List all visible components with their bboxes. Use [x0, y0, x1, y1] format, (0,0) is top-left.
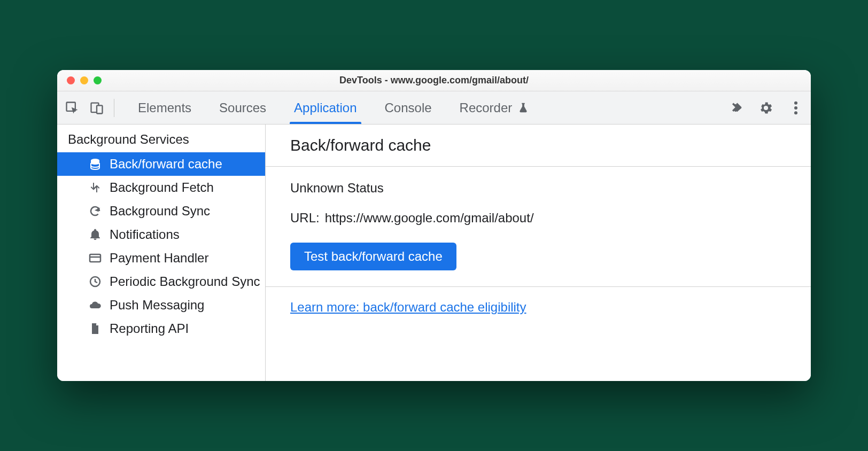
sidebar-item-reporting[interactable]: Reporting API [57, 317, 265, 340]
sidebar-item-label: Payment Handler [110, 251, 208, 266]
clock-icon [88, 275, 102, 289]
bell-icon [88, 228, 102, 242]
cloud-icon [88, 298, 102, 312]
svg-point-3 [794, 101, 797, 104]
sidebar-item-push[interactable]: Push Messaging [57, 293, 265, 317]
sidebar-item-label: Back/forward cache [110, 157, 222, 172]
fetch-icon [88, 181, 102, 195]
sidebar: Background Services Back/forward cache B… [57, 125, 266, 381]
toolbar-right [730, 100, 803, 115]
file-icon [88, 322, 102, 336]
sidebar-item-label: Reporting API [110, 321, 189, 336]
close-window-button[interactable] [67, 76, 75, 84]
sidebar-item-label: Background Fetch [110, 180, 214, 195]
device-toggle-icon[interactable] [89, 100, 104, 115]
panel-tabs: Elements Sources Application Console Rec… [124, 91, 543, 124]
svg-point-5 [794, 111, 797, 114]
sync-icon [88, 204, 102, 218]
page-title: Back/forward cache [266, 125, 811, 167]
sidebar-item-bg-sync[interactable]: Background Sync [57, 199, 265, 223]
status-text: Unknown Status [290, 181, 786, 196]
toolbar: Elements Sources Application Console Rec… [57, 91, 811, 125]
inspect-icon[interactable] [65, 100, 80, 115]
url-value: https://www.google.com/gmail/about/ [325, 211, 534, 226]
tab-label: Application [294, 100, 356, 115]
url-row: URL: https://www.google.com/gmail/about/ [290, 211, 786, 226]
more-tabs-icon[interactable] [730, 100, 743, 115]
main-panel: Back/forward cache Unknown Status URL: h… [266, 125, 811, 381]
sidebar-item-bfcache[interactable]: Back/forward cache [57, 152, 265, 176]
gear-icon[interactable] [758, 100, 773, 115]
window-controls [57, 76, 102, 84]
tab-label: Elements [138, 100, 191, 115]
svg-rect-2 [97, 105, 103, 113]
url-label: URL: [290, 211, 320, 226]
sidebar-item-periodic-sync[interactable]: Periodic Background Sync [57, 270, 265, 293]
learn-more-link[interactable]: Learn more: back/forward cache eligibili… [290, 300, 526, 314]
svg-rect-7 [90, 254, 100, 262]
tab-recorder[interactable]: Recorder [446, 91, 544, 124]
tab-elements[interactable]: Elements [124, 91, 205, 124]
tab-sources[interactable]: Sources [205, 91, 280, 124]
sidebar-item-payment[interactable]: Payment Handler [57, 246, 265, 270]
sidebar-item-bg-fetch[interactable]: Background Fetch [57, 176, 265, 199]
toolbar-left [65, 100, 104, 115]
tab-label: Sources [219, 100, 266, 115]
titlebar: DevTools - www.google.com/gmail/about/ [57, 70, 811, 91]
window-title: DevTools - www.google.com/gmail/about/ [57, 75, 811, 86]
sidebar-item-notifications[interactable]: Notifications [57, 223, 265, 246]
zoom-window-button[interactable] [94, 76, 102, 84]
separator [114, 99, 114, 117]
test-bfcache-button[interactable]: Test back/forward cache [290, 243, 456, 270]
minimize-window-button[interactable] [80, 76, 88, 84]
panel-body: Background Services Back/forward cache B… [57, 125, 811, 381]
tab-label: Console [385, 100, 432, 115]
sidebar-item-label: Push Messaging [110, 298, 204, 313]
card-icon [88, 251, 102, 265]
flask-icon [517, 102, 529, 114]
tab-console[interactable]: Console [371, 91, 446, 124]
database-icon [88, 157, 102, 171]
sidebar-item-label: Notifications [110, 227, 180, 242]
svg-point-4 [794, 106, 797, 109]
tab-label: Recorder [460, 100, 513, 115]
sidebar-item-label: Background Sync [110, 204, 210, 219]
sidebar-item-label: Periodic Background Sync [110, 274, 260, 289]
tab-application[interactable]: Application [280, 91, 370, 124]
sidebar-section-title: Background Services [57, 125, 265, 152]
devtools-window: DevTools - www.google.com/gmail/about/ E… [57, 70, 811, 381]
kebab-menu-icon[interactable] [788, 100, 803, 115]
main-footer: Learn more: back/forward cache eligibili… [266, 287, 811, 328]
main-content: Unknown Status URL: https://www.google.c… [266, 167, 811, 287]
